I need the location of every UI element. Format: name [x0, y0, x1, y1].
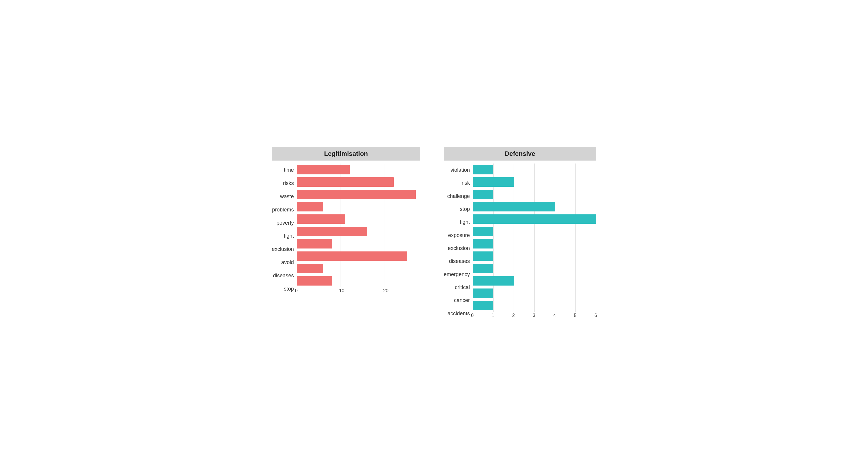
y-label-exclusion: exclusion: [272, 243, 294, 255]
legitimisation-bars-area: 01020: [297, 164, 420, 295]
x-tick-5: 5: [574, 313, 577, 318]
bar-stop: [473, 202, 555, 211]
y-label-avoid: avoid: [281, 256, 294, 268]
bar-row-emergency: [473, 262, 596, 275]
x-tick-6: 6: [594, 313, 597, 318]
charts-container: Legitimisation timeriskswasteproblemspov…: [272, 147, 596, 320]
bar-accidents: [473, 301, 493, 310]
bar-row-risk: [473, 176, 596, 188]
legitimisation-title: Legitimisation: [272, 147, 420, 160]
bar-fight: [297, 227, 367, 236]
bar-row-exposure: [473, 225, 596, 238]
bar-time: [297, 165, 350, 174]
y-label-waste: waste: [280, 190, 294, 203]
x-tick-0: 0: [295, 288, 298, 293]
y-label-poverty: poverty: [277, 217, 294, 229]
y-label-accidents: accidents: [447, 307, 470, 320]
y-label-violation: violation: [451, 164, 470, 176]
y-label-risk: risk: [462, 177, 470, 189]
x-tick-20: 20: [383, 288, 389, 293]
bar-row-problems: [297, 201, 420, 213]
bar-row-poverty: [297, 213, 420, 225]
defensive-chart: Defensive violationriskchallengestopfigh…: [444, 147, 596, 320]
y-label-emergency: emergency: [444, 268, 470, 281]
bar-row-time: [297, 164, 420, 176]
bar-row-fight: [297, 225, 420, 238]
y-label-problems: problems: [272, 204, 294, 216]
bar-row-exclusion: [473, 238, 596, 250]
bar-row-stop: [473, 201, 596, 213]
y-label-risks: risks: [283, 177, 294, 189]
bar-challenge: [473, 190, 493, 199]
bar-fight: [473, 214, 596, 224]
y-label-challenge: challenge: [447, 190, 470, 202]
bar-poverty: [297, 214, 345, 224]
bar-row-challenge: [473, 188, 596, 201]
defensive-y-labels: violationriskchallengestopfightexposuree…: [444, 164, 473, 320]
x-tick-0: 0: [471, 313, 474, 318]
bar-row-avoid: [297, 250, 420, 262]
y-label-stop: stop: [460, 203, 470, 215]
bar-row-exclusion: [297, 238, 420, 250]
x-tick-3: 3: [533, 313, 535, 318]
bar-problems: [297, 202, 323, 211]
x-tick-4: 4: [553, 313, 556, 318]
bar-row-accidents: [473, 299, 596, 312]
bar-row-waste: [297, 188, 420, 201]
bar-row-stop: [297, 275, 420, 287]
bar-emergency: [473, 264, 493, 273]
y-label-exposure: exposure: [448, 229, 470, 241]
legitimisation-body: timeriskswasteproblemspovertyfightexclus…: [272, 160, 420, 295]
y-label-stop: stop: [284, 283, 294, 295]
bar-diseases: [473, 252, 493, 261]
legitimisation-x-axis: 01020: [297, 288, 420, 295]
bar-diseases: [297, 264, 323, 273]
y-label-fight: fight: [284, 230, 294, 242]
bar-violation: [473, 165, 493, 174]
y-label-time: time: [284, 164, 294, 176]
y-label-exclusion: exclusion: [448, 242, 470, 254]
bar-waste: [297, 190, 416, 199]
defensive-bars: [473, 164, 596, 312]
bar-critical: [473, 276, 514, 286]
bar-row-violation: [473, 164, 596, 176]
x-tick-1: 1: [492, 313, 494, 318]
bar-row-diseases: [297, 262, 420, 275]
y-label-fight: fight: [460, 216, 470, 228]
bar-exclusion: [473, 239, 493, 249]
bar-row-diseases: [473, 250, 596, 262]
y-label-critical: critical: [455, 281, 470, 293]
bar-row-critical: [473, 275, 596, 287]
bar-exclusion: [297, 239, 332, 249]
defensive-body: violationriskchallengestopfightexposuree…: [444, 160, 596, 320]
bar-risk: [473, 177, 514, 187]
bar-avoid: [297, 252, 407, 261]
legitimisation-bars: [297, 164, 420, 287]
legitimisation-chart: Legitimisation timeriskswasteproblemspov…: [272, 147, 420, 295]
bar-exposure: [473, 227, 493, 236]
defensive-bars-area: 0123456: [473, 164, 596, 320]
bar-row-cancer: [473, 287, 596, 299]
legitimisation-y-labels: timeriskswasteproblemspovertyfightexclus…: [272, 164, 297, 295]
y-label-cancer: cancer: [454, 294, 470, 307]
x-tick-2: 2: [512, 313, 515, 318]
bar-row-risks: [297, 176, 420, 188]
bar-row-fight: [473, 213, 596, 225]
bar-stop: [297, 276, 332, 286]
x-tick-10: 10: [339, 288, 344, 293]
bar-risks: [297, 177, 394, 187]
defensive-x-axis: 0123456: [473, 313, 596, 320]
defensive-title: Defensive: [444, 147, 596, 160]
y-label-diseases: diseases: [273, 269, 294, 282]
y-label-diseases: diseases: [449, 255, 470, 267]
bar-cancer: [473, 289, 493, 298]
